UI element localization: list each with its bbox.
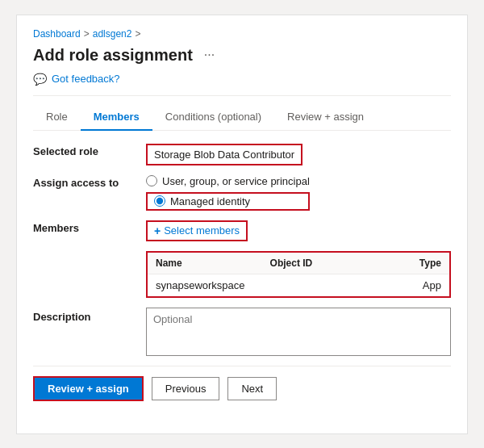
next-button[interactable]: Next [227, 377, 277, 400]
radio-managed-identity[interactable]: Managed identity [146, 192, 310, 211]
row-objectid [270, 279, 385, 291]
footer-divider [33, 366, 451, 366]
members-row: Members + Select members [33, 220, 451, 241]
selected-role-row: Selected role Storage Blob Data Contribu… [33, 144, 451, 165]
breadcrumb-dashboard[interactable]: Dashboard [33, 28, 81, 40]
page-title: Add role assignment [33, 46, 193, 65]
radio-managed-identity-label: Managed identity [170, 195, 250, 207]
col-header-type: Type [384, 257, 441, 269]
select-members-button[interactable]: + Select members [146, 220, 248, 241]
description-label: Description [33, 308, 146, 323]
plus-icon: + [154, 224, 161, 237]
radio-user-group-label: User, group, or service principal [162, 175, 310, 187]
feedback-label[interactable]: Got feedback? [52, 73, 120, 85]
breadcrumb-sep2: > [135, 28, 140, 40]
select-members-label: Select members [164, 224, 240, 237]
members-table: Name Object ID Type synapseworkspace App [146, 251, 451, 298]
description-row: Description [33, 308, 451, 356]
col-header-objectid: Object ID [270, 257, 385, 269]
tabs-bar: Role Members Conditions (optional) Revie… [33, 104, 451, 131]
access-options: User, group, or service principal Manage… [146, 175, 310, 211]
title-row: Add role assignment ··· [33, 46, 451, 65]
table-header: Name Object ID Type [148, 253, 449, 274]
assign-access-row: Assign access to User, group, or service… [33, 175, 451, 211]
assign-access-label: Assign access to [33, 175, 146, 189]
description-textarea[interactable] [146, 308, 451, 356]
radio-managed-identity-input[interactable] [154, 195, 165, 207]
main-card: Dashboard > adlsgen2 > Add role assignme… [16, 15, 468, 434]
footer-buttons: Review + assign Previous Next [33, 376, 451, 401]
selected-role-label: Selected role [33, 144, 146, 157]
breadcrumb-sep1: > [84, 28, 90, 40]
selected-role-value: Storage Blob Data Contributor [146, 144, 302, 165]
more-options-button[interactable]: ··· [201, 48, 218, 62]
breadcrumb: Dashboard > adlsgen2 > [33, 28, 451, 40]
members-label: Members [33, 220, 146, 234]
tab-review-assign[interactable]: Review + assign [274, 104, 377, 131]
review-assign-button[interactable]: Review + assign [33, 376, 144, 401]
radio-user-group-input[interactable] [146, 175, 157, 186]
radio-user-group[interactable]: User, group, or service principal [146, 175, 310, 187]
top-divider [33, 95, 451, 96]
previous-button[interactable]: Previous [152, 377, 220, 400]
feedback-icon: 💬 [33, 73, 47, 86]
tab-role[interactable]: Role [33, 104, 81, 131]
table-row: synapseworkspace App [148, 274, 449, 296]
col-header-name: Name [156, 257, 270, 269]
row-name: synapseworkspace [156, 279, 270, 291]
tab-conditions[interactable]: Conditions (optional) [152, 104, 274, 131]
row-type: App [384, 279, 441, 291]
tab-members[interactable]: Members [81, 104, 152, 131]
feedback-row[interactable]: 💬 Got feedback? [33, 73, 451, 86]
breadcrumb-adlsgen2[interactable]: adlsgen2 [93, 28, 132, 40]
